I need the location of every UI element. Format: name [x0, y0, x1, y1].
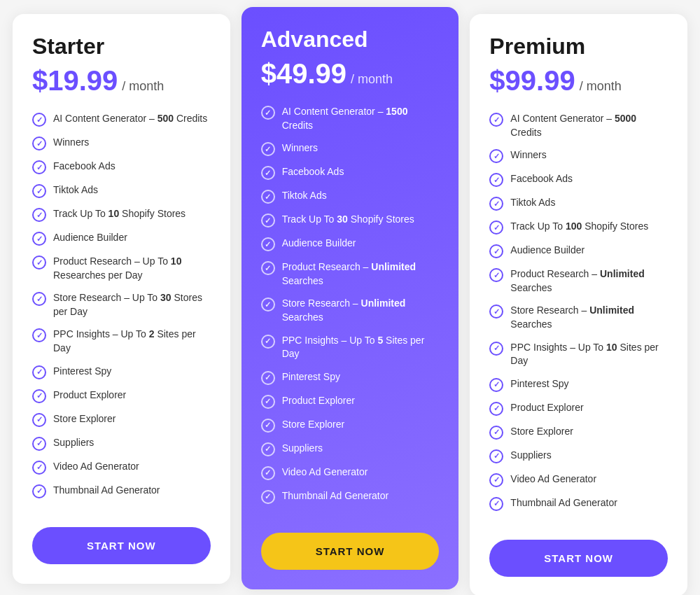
check-icon — [261, 106, 275, 120]
list-item: Product Research – Up To 10 Researches p… — [32, 255, 211, 282]
feature-text: Pinterest Spy — [510, 377, 568, 391]
plan-price-premium: $99.99/ month — [489, 65, 668, 97]
plan-price-advanced: $49.99/ month — [261, 58, 440, 90]
list-item: Store Explorer — [489, 425, 668, 440]
list-item: Tiktok Ads — [32, 183, 211, 198]
cta-button-starter[interactable]: START NOW — [32, 527, 211, 564]
feature-text: Pinterest Spy — [53, 365, 111, 379]
list-item: PPC Insights – Up To 10 Sites per Day — [489, 341, 668, 368]
check-icon — [261, 298, 275, 312]
list-item: Thumbnail Ad Generator — [489, 496, 668, 511]
list-item: Track Up To 10 Shopify Stores — [32, 207, 211, 222]
price-amount-starter: $19.99 — [32, 65, 118, 97]
features-list-advanced: AI Content Generator – 1500 CreditsWinne… — [261, 105, 440, 513]
list-item: Thumbnail Ad Generator — [32, 484, 211, 498]
feature-text: Tiktok Ads — [282, 189, 327, 203]
list-item: Product Explorer — [489, 401, 668, 416]
feature-text: Suppliers — [510, 449, 551, 463]
feature-text: AI Content Generator – 500 Credits — [53, 112, 207, 126]
check-icon — [489, 402, 503, 416]
feature-text: Video Ad Generator — [510, 472, 596, 486]
list-item: Track Up To 30 Shopify Stores — [261, 213, 440, 227]
list-item: Tiktok Ads — [489, 196, 668, 211]
list-item: Video Ad Generator — [489, 472, 668, 487]
feature-text: Audience Builder — [510, 244, 584, 258]
feature-text: Thumbnail Ad Generator — [53, 484, 160, 498]
check-icon — [489, 473, 503, 487]
list-item: AI Content Generator – 1500 Credits — [261, 105, 440, 132]
feature-text: Facebook Ads — [282, 165, 344, 179]
feature-text: Store Explorer — [282, 418, 344, 432]
check-icon — [489, 497, 503, 511]
list-item: Store Research – Up To 30 Stores per Day — [32, 291, 211, 318]
cta-button-premium[interactable]: START NOW — [489, 540, 668, 577]
list-item: Video Ad Generator — [261, 465, 440, 480]
check-icon — [261, 419, 275, 433]
price-amount-advanced: $49.99 — [261, 58, 346, 90]
list-item: Store Explorer — [32, 412, 211, 427]
feature-text: Thumbnail Ad Generator — [282, 489, 389, 503]
check-icon — [261, 142, 275, 156]
check-icon — [32, 208, 46, 222]
feature-text: Facebook Ads — [53, 160, 115, 174]
feature-text: PPC Insights – Up To 2 Sites per Day — [53, 328, 211, 355]
list-item: Product Explorer — [32, 388, 211, 403]
feature-text: Winners — [53, 136, 89, 150]
features-list-starter: AI Content Generator – 500 CreditsWinner… — [32, 112, 211, 507]
list-item: Audience Builder — [261, 237, 440, 251]
check-icon — [261, 395, 275, 409]
feature-text: Product Explorer — [510, 401, 583, 415]
check-icon — [489, 268, 503, 282]
list-item: Video Ad Generator — [32, 460, 211, 475]
check-icon — [32, 328, 46, 342]
feature-text: Tiktok Ads — [510, 196, 555, 210]
check-icon — [489, 342, 503, 356]
check-icon — [261, 237, 275, 251]
feature-text: Audience Builder — [282, 237, 356, 251]
list-item: Thumbnail Ad Generator — [261, 489, 440, 504]
list-item: Pinterest Spy — [261, 370, 440, 385]
feature-text: Suppliers — [53, 436, 94, 450]
list-item: Facebook Ads — [489, 172, 668, 187]
list-item: Facebook Ads — [32, 160, 211, 174]
check-icon — [261, 490, 275, 504]
plan-card-advanced: Advanced$49.99/ monthAI Content Generato… — [241, 7, 459, 589]
feature-text: PPC Insights – Up To 5 Sites per Day — [282, 334, 440, 361]
list-item: Pinterest Spy — [32, 365, 211, 379]
check-icon — [32, 184, 46, 198]
list-item: Pinterest Spy — [489, 377, 668, 392]
check-icon — [261, 214, 275, 227]
check-icon — [32, 484, 46, 498]
feature-text: Winners — [510, 148, 546, 162]
list-item: Winners — [32, 136, 211, 150]
list-item: Winners — [261, 141, 440, 156]
feature-text: Tiktok Ads — [53, 183, 98, 197]
list-item: Tiktok Ads — [261, 189, 440, 204]
check-icon — [32, 160, 46, 174]
feature-text: PPC Insights – Up To 10 Sites per Day — [510, 341, 668, 368]
check-icon — [261, 261, 275, 275]
check-icon — [489, 113, 503, 127]
list-item: Store Explorer — [261, 418, 440, 433]
plan-card-premium: Premium$99.99/ monthAI Content Generator… — [470, 14, 687, 595]
check-icon — [489, 149, 503, 163]
plan-price-starter: $19.99/ month — [32, 65, 211, 97]
list-item: Product Explorer — [261, 394, 440, 409]
check-icon — [32, 136, 46, 150]
check-icon — [489, 173, 503, 187]
plan-card-starter: Starter$19.99/ monthAI Content Generator… — [13, 14, 230, 584]
feature-text: Video Ad Generator — [53, 460, 139, 474]
feature-text: Facebook Ads — [510, 172, 573, 186]
feature-text: Thumbnail Ad Generator — [510, 496, 617, 510]
check-icon — [261, 335, 275, 349]
feature-text: AI Content Generator – 5000 Credits — [510, 112, 668, 139]
feature-text: Audience Builder — [53, 231, 127, 245]
list-item: Store Research – Unlimited Searches — [489, 304, 668, 331]
check-icon — [261, 371, 275, 385]
check-icon — [261, 466, 275, 480]
feature-text: Product Research – Unlimited Searches — [510, 267, 668, 295]
price-period-premium: / month — [580, 79, 622, 94]
list-item: Product Research – Unlimited Searches — [489, 267, 668, 295]
feature-text: AI Content Generator – 1500 Credits — [282, 105, 440, 132]
cta-button-advanced[interactable]: START NOW — [261, 533, 440, 570]
